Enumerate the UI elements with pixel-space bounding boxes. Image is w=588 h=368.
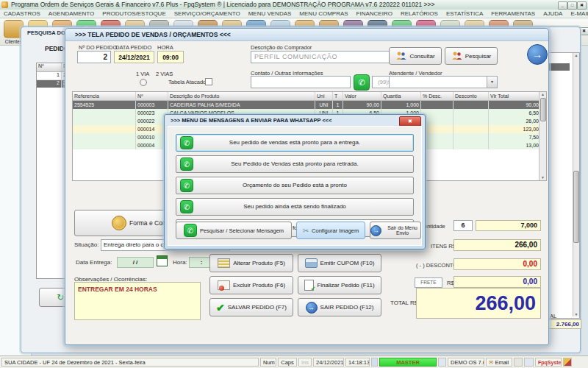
menu-item[interactable]: E-MAIL — [570, 10, 588, 17]
alterar-produto-button[interactable]: Alterar Produto (F5) — [209, 254, 293, 272]
order-time-field[interactable]: 09:00 — [157, 51, 184, 63]
column-header[interactable]: Nº — [136, 92, 168, 100]
table-cell — [73, 133, 136, 141]
list-item-selected[interactable] — [549, 63, 570, 71]
menu-item[interactable]: PRODUTOS/ESTOQUE — [102, 10, 165, 17]
menu-item[interactable]: MENU COMPRAS — [299, 10, 348, 17]
close-button[interactable]: ✖ — [577, 1, 587, 10]
menu-item[interactable]: MENU VENDAS — [248, 10, 292, 17]
whatsapp-message-label: Seu pedido ainda está sendo finalizado — [243, 203, 346, 210]
scrollbar-thumb[interactable] — [540, 98, 546, 121]
buyer-input[interactable]: PERFIL COMUNICAÇÃO — [251, 51, 399, 63]
table-row[interactable]: 2554525000003CADEIRAS PALHA S/MEDIDAUNI1… — [73, 101, 546, 109]
refresh-icon: ↻ — [57, 292, 64, 302]
people-icon — [451, 52, 462, 60]
finalizar-pedido-label: Finalizar Pedido (F11) — [317, 282, 374, 289]
table-cell: 1,000 — [381, 101, 421, 109]
excluir-produto-button[interactable]: Excluir Produto (F6) — [209, 276, 293, 294]
whatsapp-button[interactable]: ✆ — [354, 74, 370, 91]
column-header[interactable]: Valor — [343, 92, 381, 100]
column-header[interactable]: % Desc. — [421, 92, 453, 100]
table-cell — [453, 101, 489, 109]
salvar-pedido-button[interactable]: ✔ SALVAR PEDIDO (F7) — [209, 298, 293, 316]
delete-card-icon — [218, 280, 230, 290]
column-header[interactable]: T — [333, 92, 343, 100]
column-header[interactable]: Referencia — [73, 92, 136, 100]
dialog-close-button[interactable]: ✖ — [399, 116, 421, 127]
whatsapp-menu-dialog: >>> MENU DE MENSAGENS A ENVIAR PARA WHAT… — [164, 114, 426, 250]
status-brand: FpqSystem — [535, 358, 562, 367]
menu-item[interactable]: AGENDAMENTO — [49, 10, 95, 17]
sair-menu-envio-button[interactable]: → Sair do Menu Envio — [370, 222, 421, 239]
next-arrow-button[interactable]: → — [527, 44, 548, 65]
delivery-date-field[interactable]: / / — [117, 257, 154, 268]
status-email[interactable]: ✉ Email — [486, 358, 512, 367]
situacao-label: Situação: — [74, 241, 98, 248]
scrollbar-thumb[interactable] — [573, 171, 579, 243]
table-cell: 7,50 — [489, 133, 541, 141]
status-date: 24/12/2021 — [313, 358, 344, 367]
order-no-input[interactable]: 2 — [77, 51, 111, 63]
menu-item[interactable]: SERVIÇO/ORÇAMENTO — [174, 10, 240, 17]
obs-textarea[interactable]: ENTREGAR EM 24 HORAS — [74, 282, 201, 320]
people-icon — [395, 52, 406, 60]
whatsapp-message-button[interactable]: ✆Seu pedido de vendas está pronto para a… — [176, 134, 414, 152]
contact-input[interactable] — [251, 76, 351, 88]
close-icon: ✖ — [408, 118, 412, 124]
scroll-down-icon[interactable]: ▼ — [573, 312, 579, 316]
coin-icon — [112, 216, 126, 230]
itens-label: ITENS R$ — [431, 243, 456, 250]
excluir-produto-label: Excluir Produto (F6) — [233, 282, 285, 289]
order-date-field[interactable]: 24/12/2021 — [114, 51, 154, 63]
column-header[interactable]: Descrição do Produto — [168, 92, 315, 100]
column-header[interactable]: Quantia — [381, 92, 421, 100]
whatsapp-message-button[interactable]: ✆Seu Pedido de Vendas está pronto para r… — [176, 155, 414, 173]
column-header[interactable]: Desconto — [453, 92, 489, 100]
table-cell — [453, 117, 489, 125]
column-header[interactable]: Vlr Total — [489, 92, 541, 100]
chevron-down-icon[interactable]: ▾ — [487, 77, 497, 88]
table-cell — [421, 117, 453, 125]
consultar-button[interactable]: Consultar — [389, 47, 442, 65]
email-icon: ✉ — [489, 359, 493, 366]
table-cell: 90,00 — [489, 101, 541, 109]
frete-input[interactable]: FRETE — [415, 277, 442, 288]
menu-item[interactable]: RELATÓRIOS — [401, 10, 438, 17]
menu-item[interactable]: AJUDA — [543, 10, 562, 17]
alterar-produto-label: Alterar Produto (F5) — [233, 260, 285, 266]
table-cell: 1 — [333, 101, 343, 109]
vertical-scrollbar[interactable]: ▲ ▼ — [573, 53, 579, 316]
printer-icon[interactable] — [514, 358, 523, 367]
scroll-up-icon[interactable]: ▲ — [573, 53, 579, 57]
emitir-cupom-button[interactable]: Emitir CUPOM (F10) — [298, 254, 381, 272]
network-icon[interactable] — [524, 358, 534, 367]
attendant-dropdown[interactable]: ▾ — [389, 76, 498, 88]
configurar-imagem-button[interactable]: ✂ Configurar Imagem — [296, 222, 365, 239]
scroll-up-icon[interactable]: ▲ — [539, 92, 546, 96]
whatsapp-message-button[interactable]: ✆Seu pedido ainda está sendo finalizado — [176, 198, 414, 216]
menu-item[interactable]: FINANCEIRO — [356, 10, 392, 17]
via-radio[interactable] — [140, 79, 147, 86]
pesquisar-mensagem-button[interactable]: ✆ Pesquisar / Selecionar Mensagem — [176, 222, 292, 239]
column-header[interactable]: Nº — [37, 63, 62, 71]
menu-item[interactable]: ESTATÍSTICA — [446, 10, 483, 17]
app-titlebar: Programa Ordem de Serviços Gerais & Fina… — [0, 0, 588, 10]
maximize-button[interactable]: □ — [567, 1, 577, 10]
tabela-atacado-checkbox[interactable] — [205, 78, 212, 85]
table-cell: 6,50 — [489, 109, 541, 117]
minimize-button[interactable]: _ — [558, 1, 567, 10]
finalizar-pedido-button[interactable]: ✔ Finalizar Pedido (F11) — [298, 276, 381, 294]
column-header[interactable]: Uni — [315, 92, 333, 100]
whatsapp-message-button[interactable]: ✆Orçamento do seu Pedido está a pronto — [176, 177, 414, 194]
scroll-down-icon[interactable]: ▼ — [539, 175, 546, 180]
table-cell: UNI — [315, 101, 333, 109]
menu-item[interactable]: FERRAMENTAS — [491, 10, 535, 17]
sair-pedido-button[interactable]: → SAIR PEDIDO (F12) — [298, 298, 381, 316]
pesquisar-button[interactable]: Pesquisar — [445, 47, 498, 65]
table-cell — [421, 133, 453, 141]
calendar-icon[interactable] — [157, 255, 168, 266]
whatsapp-icon: ✆ — [180, 200, 193, 213]
table-scrollbar[interactable]: ▲ ▼ — [539, 92, 546, 180]
menu-item[interactable]: CADASTROS — [4, 10, 40, 17]
quantidade-items-field: 6 — [453, 220, 473, 231]
